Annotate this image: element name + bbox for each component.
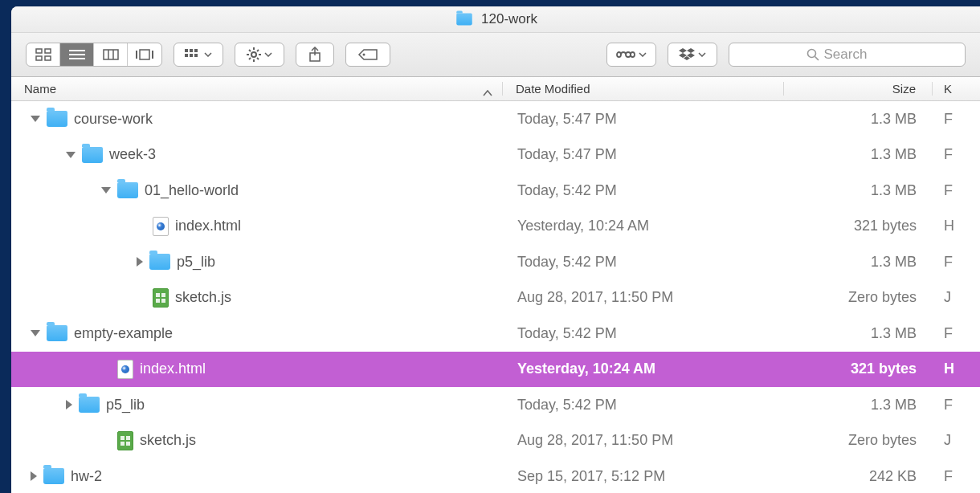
disclosure-open-icon[interactable] [31, 116, 40, 122]
share-icon [308, 47, 321, 63]
file-size: Zero bytes [784, 432, 933, 449]
disclosure-closed-icon[interactable] [137, 257, 143, 267]
folder-icon [117, 182, 138, 198]
file-date: Aug 28, 2017, 11:50 PM [503, 289, 784, 306]
file-name: empty-example [74, 325, 173, 342]
titlebar[interactable]: 120-work [11, 6, 980, 33]
folder-icon [43, 468, 64, 484]
file-row[interactable]: empty-exampleToday, 5:42 PM1.3 MBF [11, 316, 980, 352]
svg-rect-18 [194, 54, 198, 57]
file-row[interactable]: p5_libToday, 5:42 PM1.3 MBF [11, 387, 980, 423]
dropbox-icon [679, 48, 695, 61]
svg-point-30 [363, 54, 365, 56]
file-date: Today, 5:42 PM [503, 254, 784, 271]
file-date: Today, 5:47 PM [503, 146, 784, 163]
file-kind: J [933, 289, 965, 306]
action-button[interactable] [235, 43, 284, 67]
disclosure-closed-icon[interactable] [31, 471, 37, 481]
svg-line-32 [815, 57, 819, 61]
file-row[interactable]: course-workToday, 5:47 PM1.3 MBF [11, 101, 980, 137]
disclosure-open-icon[interactable] [66, 152, 76, 158]
file-date: Today, 5:42 PM [503, 182, 784, 199]
infinity-icon [616, 50, 635, 59]
file-size: 321 bytes [784, 361, 933, 377]
svg-rect-7 [104, 50, 118, 59]
svg-rect-14 [190, 49, 193, 52]
svg-rect-17 [194, 49, 198, 52]
svg-rect-13 [185, 49, 188, 52]
view-column-button[interactable] [94, 43, 128, 66]
column-view-icon [103, 49, 119, 60]
file-size: 1.3 MB [784, 325, 933, 342]
file-size: 1.3 MB [784, 111, 933, 128]
finder-window: 120-work [11, 6, 980, 493]
infinity-button[interactable] [606, 43, 656, 67]
svg-line-27 [257, 50, 259, 51]
file-kind: F [933, 111, 965, 128]
file-date: Yesterday, 10:24 AM [503, 218, 784, 234]
folder-icon [149, 254, 170, 270]
disclosure-closed-icon[interactable] [66, 400, 72, 409]
search-field[interactable] [729, 43, 966, 67]
file-row[interactable]: week-3Today, 5:47 PM1.3 MBF [11, 137, 980, 173]
file-row[interactable]: index.htmlYesterday, 10:24 AM321 bytesH [11, 209, 980, 245]
file-date: Today, 5:42 PM [503, 325, 784, 342]
file-row[interactable]: p5_libToday, 5:42 PM1.3 MBF [11, 244, 980, 280]
disclosure-open-icon[interactable] [101, 187, 111, 194]
js-file-icon [153, 288, 169, 308]
column-header-kind[interactable]: K [933, 82, 965, 96]
window-title: 120-work [481, 11, 537, 27]
search-input[interactable] [824, 47, 888, 63]
column-header-name[interactable]: Name [11, 82, 503, 96]
column-headers: Name Date Modified Size K [11, 77, 980, 101]
view-mode-segment [26, 43, 162, 67]
svg-rect-1 [45, 49, 51, 53]
file-date: Sep 15, 2017, 5:12 PM [503, 468, 784, 485]
file-row[interactable]: index.htmlYesterday, 10:24 AM321 bytesH [11, 352, 980, 388]
tags-button[interactable] [345, 43, 390, 67]
file-size: 1.3 MB [784, 254, 933, 271]
arrange-button[interactable] [174, 43, 223, 67]
file-row[interactable]: 01_hello-worldToday, 5:42 PM1.3 MBF [11, 173, 980, 209]
file-row[interactable]: hw-2Sep 15, 2017, 5:12 PM242 KBF [11, 458, 980, 493]
file-size: 321 bytes [784, 218, 933, 234]
file-kind: F [933, 468, 965, 485]
html-file-icon [153, 217, 169, 236]
view-gallery-button[interactable] [128, 43, 161, 66]
file-name: p5_lib [106, 397, 145, 414]
svg-line-25 [257, 58, 259, 59]
icon-view-icon [35, 48, 51, 61]
chevron-down-icon [639, 52, 647, 57]
svg-rect-2 [36, 56, 42, 60]
file-name: index.html [140, 361, 206, 377]
file-name: 01_hello-world [145, 182, 239, 199]
gallery-view-icon [136, 49, 153, 60]
column-header-size[interactable]: Size [784, 82, 933, 96]
svg-line-24 [249, 50, 251, 51]
file-date: Aug 28, 2017, 11:50 PM [503, 432, 784, 449]
search-icon [806, 48, 819, 61]
gear-icon [247, 47, 261, 62]
chevron-down-icon [264, 52, 272, 57]
column-header-date[interactable]: Date Modified [503, 82, 784, 96]
file-row[interactable]: sketch.jsAug 28, 2017, 11:50 PMZero byte… [11, 280, 980, 316]
folder-icon [47, 111, 67, 127]
list-view-icon [69, 49, 85, 60]
file-kind: F [933, 146, 965, 163]
tag-icon [357, 48, 378, 61]
js-file-icon [117, 431, 133, 450]
file-name: index.html [175, 218, 241, 234]
file-kind: F [933, 325, 965, 342]
dropbox-button[interactable] [668, 43, 717, 67]
view-list-button[interactable] [60, 43, 94, 66]
file-row[interactable]: sketch.jsAug 28, 2017, 11:50 PMZero byte… [11, 423, 980, 459]
view-icon-button[interactable] [27, 43, 60, 66]
disclosure-open-icon[interactable] [31, 330, 40, 336]
share-button[interactable] [296, 43, 334, 67]
svg-rect-15 [185, 54, 188, 57]
file-date: Today, 5:42 PM [503, 397, 784, 414]
file-name: sketch.js [140, 432, 196, 449]
file-kind: H [933, 218, 965, 234]
folder-icon [82, 147, 103, 163]
file-kind: F [933, 254, 965, 271]
